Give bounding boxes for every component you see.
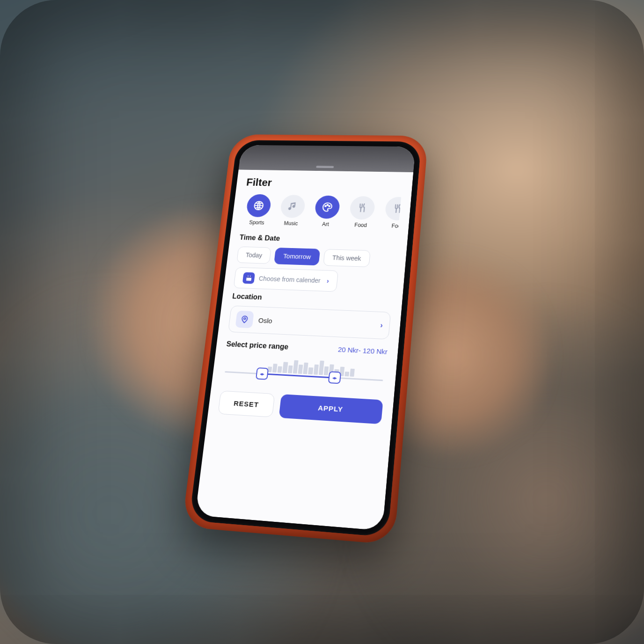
- basketball-icon: [246, 194, 272, 218]
- sheet-header: [239, 145, 416, 172]
- location-selector[interactable]: Oslo ›: [228, 306, 391, 340]
- slider-track: [225, 371, 383, 381]
- category-row[interactable]: Sports Music Art: [241, 194, 401, 229]
- chevron-right-icon: ›: [380, 321, 383, 329]
- date-pills: Today Tomorrow This week Choose from cal…: [234, 247, 396, 294]
- price-range-value: 20 Nkr- 120 Nkr: [337, 345, 388, 356]
- pill-choose-calendar[interactable]: Choose from calender ›: [234, 267, 339, 292]
- sheet-title: Filter: [246, 176, 403, 191]
- slider-handle-max[interactable]: ◂▸: [328, 371, 341, 384]
- music-icon: [280, 195, 306, 218]
- utensils-icon: [349, 196, 376, 220]
- svg-point-8: [244, 318, 246, 320]
- category-music[interactable]: Music: [275, 195, 309, 227]
- location-value: Oslo: [258, 316, 373, 329]
- svg-point-3: [329, 205, 330, 207]
- svg-point-1: [325, 205, 326, 207]
- location-heading: Location: [232, 293, 392, 307]
- drag-handle[interactable]: [316, 166, 334, 168]
- category-sports[interactable]: Sports: [241, 194, 275, 226]
- apply-button[interactable]: APPLY: [278, 394, 383, 424]
- utensils-icon: [384, 197, 401, 220]
- category-food[interactable]: Food: [344, 196, 379, 229]
- slider-track-fill: [262, 373, 334, 378]
- pill-this-week[interactable]: This week: [323, 249, 371, 267]
- category-label: Art: [322, 221, 329, 227]
- category-label: Sports: [249, 220, 265, 226]
- svg-point-2: [327, 205, 328, 206]
- location-pin-icon: [235, 311, 254, 329]
- phone-mockup: Filter Sports Music: [189, 140, 422, 537]
- calendar-label: Choose from calender: [258, 275, 321, 284]
- category-label: Music: [284, 220, 298, 227]
- calendar-icon: [242, 272, 255, 284]
- category-label: Food: [354, 222, 367, 228]
- category-label: Foo: [391, 223, 401, 229]
- footer-buttons: RESET APPLY: [218, 391, 383, 424]
- pill-tomorrow[interactable]: Tomorrow: [274, 248, 320, 265]
- time-date-heading: Time & Date: [239, 234, 397, 246]
- price-heading: Select price range: [226, 340, 289, 351]
- pill-today[interactable]: Today: [236, 247, 271, 264]
- category-art[interactable]: Art: [310, 195, 344, 227]
- price-range-slider[interactable]: ◂▸ ◂▸: [223, 353, 385, 394]
- palette-icon: [314, 195, 341, 219]
- category-food-2[interactable]: Foo: [380, 197, 401, 229]
- svg-rect-5: [246, 276, 251, 278]
- chevron-right-icon: ›: [326, 277, 329, 284]
